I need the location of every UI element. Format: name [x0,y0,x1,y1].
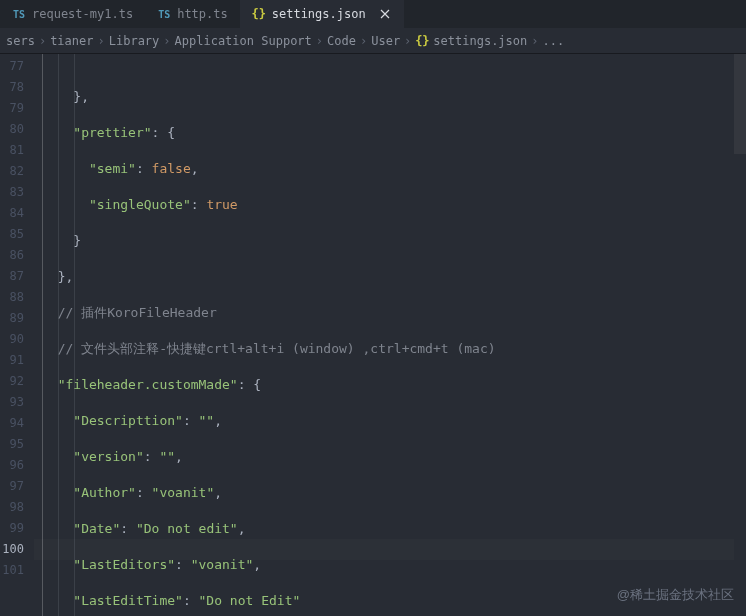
breadcrumb-ellipsis[interactable]: ... [543,34,565,48]
editor[interactable]: 77 78 79 80 81 82 83 84 85 86 87 88 89 9… [0,54,746,616]
line-number: 98 [0,497,24,518]
line-number: 87 [0,266,24,287]
breadcrumb[interactable]: sers › tianer › Library › Application Su… [0,28,746,54]
chevron-right-icon: › [98,34,105,48]
breadcrumb-item[interactable]: Code [327,34,356,48]
line-number: 92 [0,371,24,392]
tab-bar: TS request-my1.ts TS http.ts {} settings… [0,0,746,28]
line-number: 90 [0,329,24,350]
code-comment: // 插件KoroFileHeader [42,305,217,320]
line-gutter: 77 78 79 80 81 82 83 84 85 86 87 88 89 9… [0,54,34,616]
json-icon: {} [415,34,429,48]
breadcrumb-item[interactable]: sers [6,34,35,48]
chevron-right-icon: › [531,34,538,48]
line-number: 78 [0,77,24,98]
chevron-right-icon: › [39,34,46,48]
minimap[interactable] [734,54,746,616]
code-line: "version" [73,449,143,464]
line-number: 101 [0,560,24,581]
minimap-slider[interactable] [734,54,746,154]
code-line: } [42,233,81,248]
line-number: 93 [0,392,24,413]
line-number: 88 [0,287,24,308]
code-line: "Descripttion" [73,413,183,428]
line-number: 77 [0,56,24,77]
code-line: "fileheader.customMade" [58,377,238,392]
close-icon[interactable] [378,7,392,21]
line-number: 91 [0,350,24,371]
chevron-right-icon: › [316,34,323,48]
tab-label: http.ts [177,7,228,21]
breadcrumb-item[interactable]: Application Support [175,34,312,48]
line-number: 81 [0,140,24,161]
code-area[interactable]: }, "prettier": { "semi": false, "singleQ… [34,54,746,616]
json-icon: {} [252,7,266,21]
breadcrumb-item[interactable]: User [371,34,400,48]
tab-label: settings.json [272,7,366,21]
line-number: 89 [0,308,24,329]
code-line: "semi" [89,161,136,176]
chevron-right-icon: › [163,34,170,48]
code-line: "prettier" [73,125,151,140]
line-number: 80 [0,119,24,140]
line-number: 82 [0,161,24,182]
code-line: "Date" [73,521,120,536]
line-number: 94 [0,413,24,434]
code-line: }, [42,89,89,104]
line-number: 97 [0,476,24,497]
line-number: 96 [0,455,24,476]
line-number: 95 [0,434,24,455]
line-number: 85 [0,224,24,245]
line-number: 84 [0,203,24,224]
current-line-highlight [34,539,746,560]
breadcrumb-item[interactable]: Library [109,34,160,48]
tab-label: request-my1.ts [32,7,133,21]
tab-http[interactable]: TS http.ts [145,0,240,28]
tab-settings[interactable]: {} settings.json [240,0,404,28]
chevron-right-icon: › [404,34,411,48]
code-comment: // 文件头部注释-快捷键crtl+alt+i (window) ,ctrl+c… [42,341,496,356]
typescript-icon: TS [12,7,26,21]
line-number: 86 [0,245,24,266]
tab-request-my1[interactable]: TS request-my1.ts [0,0,145,28]
code-line: "singleQuote" [89,197,191,212]
line-number: 79 [0,98,24,119]
breadcrumb-item[interactable]: settings.json [433,34,527,48]
typescript-icon: TS [157,7,171,21]
breadcrumb-item[interactable]: tianer [50,34,93,48]
chevron-right-icon: › [360,34,367,48]
code-line: "LastEditTime" [73,593,183,608]
line-number: 83 [0,182,24,203]
code-line: "Author" [73,485,136,500]
watermark: @稀土掘金技术社区 [617,586,734,604]
line-number: 99 [0,518,24,539]
line-number: 100 [0,539,24,560]
code-line: }, [42,269,73,284]
